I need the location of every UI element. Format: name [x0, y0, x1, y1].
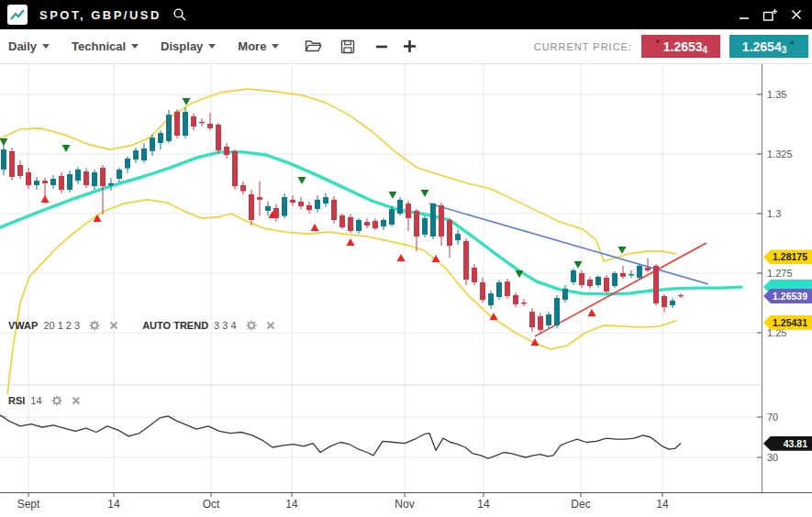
auto-trend-settings-icon[interactable] [246, 320, 257, 331]
vwap-settings-icon[interactable] [89, 320, 100, 331]
zoom-in-icon[interactable] [403, 39, 417, 53]
candle-body [92, 172, 97, 186]
candle-body [397, 200, 403, 214]
candle-body [166, 115, 172, 141]
chevron-down-icon [131, 44, 139, 52]
candle-body [439, 205, 444, 236]
candle-body [612, 273, 617, 286]
candle-body [356, 220, 362, 231]
rsi-settings-icon[interactable] [51, 395, 62, 406]
menu-more[interactable]: More [238, 39, 279, 53]
candle-body [422, 218, 428, 235]
chevron-down-icon [272, 44, 279, 52]
candle-body [364, 222, 370, 226]
candle-body [117, 170, 122, 179]
menu-daily[interactable]: Daily [8, 39, 50, 53]
candle-body [282, 197, 287, 216]
candle-body [678, 295, 684, 296]
candle-body [538, 316, 543, 330]
popout-button[interactable] [762, 8, 778, 22]
save-icon[interactable] [340, 39, 355, 54]
gridlines [0, 64, 762, 492]
candle-body [480, 282, 485, 300]
candle-body [141, 148, 147, 160]
candle-body [183, 112, 188, 136]
candle-body [529, 312, 535, 327]
vwap-params: 20 1 2 3 [43, 320, 80, 331]
overlay-indicator-labels: VWAP 20 1 2 3 AUTO TREND 3 3 4 [8, 320, 275, 331]
candle-body [298, 202, 304, 206]
menu-display[interactable]: Display [161, 39, 216, 53]
sell-signal-icon [389, 192, 397, 199]
candle-body [645, 268, 651, 270]
rsi-line [0, 415, 681, 458]
candle-body [653, 266, 659, 303]
candle-body [331, 200, 337, 220]
search-icon[interactable] [172, 7, 187, 22]
candle-body [595, 277, 601, 285]
candle-body [207, 124, 213, 128]
candle-body [496, 282, 502, 297]
chevron-down-icon [42, 44, 50, 52]
candle-body [505, 281, 510, 296]
candle-body [348, 217, 353, 231]
vwap-remove-icon[interactable] [109, 321, 118, 330]
menu-daily-label: Daily [8, 39, 37, 53]
candle-body [199, 122, 205, 123]
buy-signal-icon [347, 238, 355, 246]
candle-body [290, 200, 295, 203]
title-bar: SPOT, GBP/USD [0, 0, 812, 29]
candle-body [1, 149, 6, 170]
candle-body [26, 172, 31, 185]
candle-body [455, 234, 461, 240]
trend-line-down[interactable] [429, 204, 708, 284]
menu-technical-label: Technical [72, 39, 126, 53]
candle-body [430, 204, 436, 236]
candle-body [265, 206, 271, 211]
buy-signal-icon [311, 224, 319, 231]
candle-body [249, 194, 254, 220]
sell-signal-icon [62, 145, 71, 152]
candle-body [83, 171, 89, 185]
buy-signal-icon [588, 309, 596, 316]
candle-body [34, 181, 39, 185]
candle-body [216, 125, 221, 150]
app-logo-icon [7, 5, 28, 25]
candle-body [546, 314, 551, 325]
buy-signal-icon [41, 195, 50, 203]
candle-body [339, 215, 345, 227]
candle-body [447, 220, 452, 246]
price-chart-canvas[interactable] [0, 0, 812, 517]
candle-body [472, 268, 477, 282]
ask-price-value: 1.2654 [742, 39, 782, 54]
menu-technical[interactable]: Technical [72, 39, 139, 53]
price-up-icon: ▲ [788, 38, 795, 46]
ask-price-pip: 3 [782, 45, 787, 55]
close-icon[interactable] [790, 8, 803, 21]
candle-body [414, 211, 419, 236]
zoom-out-icon[interactable] [375, 40, 388, 53]
chart-area[interactable]: 1.351.3251.31.2751.257030Sept14Oct14Nov1… [0, 0, 812, 517]
sell-signal-icon [0, 138, 8, 146]
candle-body [637, 266, 642, 278]
rsi-indicator-label: RSI 14 [8, 395, 81, 406]
candle-body [67, 174, 72, 190]
menu-display-label: Display [161, 39, 203, 53]
auto-trend-remove-icon[interactable] [266, 321, 275, 330]
candle-body [306, 205, 312, 210]
candle-body [323, 197, 328, 204]
candle-body [59, 176, 64, 190]
sell-signal-icon [618, 247, 627, 254]
candle-body [521, 302, 527, 303]
candle-body [133, 150, 139, 160]
buy-signal-icon [397, 254, 406, 261]
candle-body [662, 296, 667, 307]
candle-body [554, 298, 560, 325]
candle-body [381, 220, 386, 226]
candle-body [579, 273, 584, 285]
rsi-remove-icon[interactable] [72, 396, 81, 405]
candle-body [108, 183, 114, 185]
open-folder-icon[interactable] [305, 39, 322, 53]
candle-body [42, 181, 48, 183]
minimize-button[interactable] [738, 8, 751, 21]
